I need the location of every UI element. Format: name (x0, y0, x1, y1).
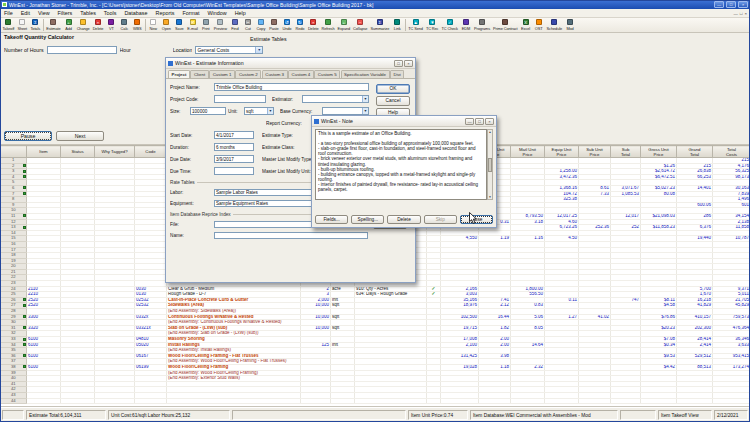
next-button[interactable]: Next (56, 131, 104, 141)
start-date-input[interactable]: 4/1/2017 (214, 131, 254, 139)
note-button-delete[interactable]: Delete (387, 215, 420, 225)
mdi-button-2[interactable]: × (744, 11, 747, 16)
minimize-icon[interactable]: — (714, 1, 724, 8)
dialog-maximize-icon[interactable]: □ (394, 60, 403, 67)
cell-costs[interactable] (713, 398, 750, 404)
grid-header-why[interactable]: Why Tagged? (95, 146, 135, 158)
toolbar-button-excel[interactable]: XExcel (519, 18, 532, 32)
toolbar-button-copy[interactable]: Copy (254, 18, 267, 32)
grid-header-costs[interactable]: Total Costs (713, 146, 750, 158)
cell-item[interactable] (27, 398, 61, 404)
dialog-close-icon[interactable]: × (404, 60, 413, 67)
maximize-icon[interactable]: □ (726, 1, 736, 8)
cell-desc[interactable]: (End Assembly: Continuous Footings w/Nat… (167, 320, 301, 326)
cancel-button[interactable]: Cancel (376, 96, 410, 106)
duration-input[interactable]: 6 months (214, 143, 254, 151)
grid-header-eup[interactable]: Equip Unit Price (545, 146, 579, 158)
close-icon[interactable]: × (738, 1, 748, 8)
cell-desc[interactable] (167, 398, 301, 404)
menu-item-tools[interactable]: Tools (100, 9, 121, 17)
note-button-spelling[interactable]: Spelling... (351, 215, 384, 225)
cell-stot[interactable] (611, 398, 641, 404)
toolbar-button-takeoff[interactable]: Takeoff (1, 18, 16, 32)
menu-item-help[interactable]: Help (231, 9, 250, 17)
dialog-close-icon[interactable]: × (485, 118, 494, 125)
tab-project[interactable]: Project (168, 70, 190, 78)
toolbar-button-undo[interactable]: ↺Undo (280, 18, 293, 32)
size-input[interactable]: 100000 (190, 107, 226, 115)
menu-item-file[interactable]: File (0, 9, 17, 17)
chevron-down-icon[interactable]: ▼ (267, 108, 273, 114)
grid-header-code[interactable]: Code (135, 146, 167, 158)
toolbar-button-calc[interactable]: Calc (118, 18, 131, 32)
grid-header-mup[interactable]: Matl Unit Price (511, 146, 545, 158)
tab-client[interactable]: Client (190, 70, 208, 78)
cell-hours[interactable] (441, 398, 479, 404)
toolbar-button-delete[interactable]: ×Delete (91, 18, 105, 32)
menu-item-tables[interactable]: Tables (76, 9, 100, 17)
menu-item-format[interactable]: Format (178, 9, 203, 17)
grid-header-sup[interactable]: Sub Unit Price (579, 146, 611, 158)
ok-button[interactable]: OK (376, 84, 410, 94)
toolbar-button-preview[interactable]: Preview (212, 18, 228, 32)
cell-status[interactable] (61, 398, 95, 404)
toolbar-button-expand[interactable]: +Expand (336, 18, 352, 32)
dialog-minimize-icon[interactable]: — (465, 118, 474, 125)
scroll-thumb[interactable] (488, 158, 492, 172)
grid-header-item[interactable]: Item (27, 146, 61, 158)
toolbar-button-vt[interactable]: VT (105, 18, 118, 32)
menu-item-window[interactable]: Window (204, 9, 231, 17)
cell-desc[interactable]: (End Assembly: Wood Floor/Ceiling Framin… (167, 359, 301, 365)
toolbar-button-tc-check[interactable]: ✓TC Check (440, 18, 460, 32)
toolbar-button-prime-contract[interactable]: Prime Contract (492, 18, 520, 32)
estimator-combo[interactable]: ▼ (302, 95, 369, 103)
toolbar-button-tc-rec[interactable]: ▼TC Rec (424, 18, 440, 32)
chevron-down-icon[interactable]: ▼ (362, 96, 368, 102)
toolbar-button-ost[interactable]: OST (532, 18, 545, 32)
unit-combo[interactable]: sqft▼ (244, 107, 274, 115)
toolbar-button-e-mail[interactable]: ✉E-mail (186, 18, 199, 32)
menu-item-database[interactable]: Database (120, 9, 151, 17)
project-code-input[interactable] (214, 95, 266, 103)
scroll-up-icon[interactable]: ▲ (489, 130, 492, 134)
toolbar-button-wbs[interactable]: WBS (131, 18, 144, 32)
cell-code[interactable] (135, 398, 167, 404)
tab-custom-3[interactable]: Custom 3 (262, 70, 288, 78)
cell-tk[interactable] (355, 398, 427, 404)
toolbar-button-summarize[interactable]: ΣSummarize (369, 18, 391, 32)
toolbar-button-save[interactable]: Save (173, 18, 186, 32)
cell-unit[interactable] (331, 398, 355, 404)
mdi-button-0[interactable]: — (733, 11, 737, 16)
cell-gup[interactable] (641, 398, 677, 404)
tab-custom-2[interactable]: Custom 2 (235, 70, 261, 78)
tab-custom-1[interactable]: Custom 1 (209, 70, 235, 78)
dialog-maximize-icon[interactable]: □ (475, 118, 484, 125)
note-scrollbar[interactable]: ▲ ▼ (487, 129, 493, 200)
cell-sup[interactable] (579, 398, 611, 404)
cell-qty[interactable] (301, 398, 331, 404)
scroll-down-icon[interactable]: ▼ (489, 195, 492, 199)
note-button-close[interactable]: Close (460, 215, 493, 225)
tab-divi[interactable]: Divi (390, 70, 404, 78)
toolbar-button-link[interactable]: Link (391, 18, 404, 32)
toolbar-button-open[interactable]: Open (160, 18, 173, 32)
cell-chk[interactable] (427, 398, 441, 404)
note-text[interactable]: This is a sample estimate of an Office B… (315, 129, 487, 200)
cell-eup[interactable] (545, 398, 579, 404)
menu-item-view[interactable]: View (34, 9, 54, 17)
reprice-name-input[interactable] (214, 232, 368, 240)
note-button-skip[interactable]: Skip (424, 215, 457, 225)
note-button-fields[interactable]: Fields... (315, 215, 348, 225)
toolbar-button-sheet[interactable]: Sheet (16, 18, 29, 32)
cell-lup[interactable] (479, 398, 511, 404)
base-currency-combo[interactable]: ▼ (322, 107, 369, 115)
menu-item-reports[interactable]: Reports (152, 9, 179, 17)
grid-header-stot[interactable]: Sub Total (611, 146, 641, 158)
toolbar-button-add[interactable]: +Add (62, 18, 75, 32)
toolbar-button-new[interactable]: New (147, 18, 160, 32)
grid-header-status[interactable]: Status (61, 146, 95, 158)
estimate-dialog-titlebar[interactable]: WinEst - Estimate Information □ × (166, 58, 415, 69)
cell-grand[interactable] (677, 398, 713, 404)
toolbar-button-print[interactable]: Print (199, 18, 212, 32)
chevron-down-icon[interactable]: ▼ (255, 47, 262, 53)
